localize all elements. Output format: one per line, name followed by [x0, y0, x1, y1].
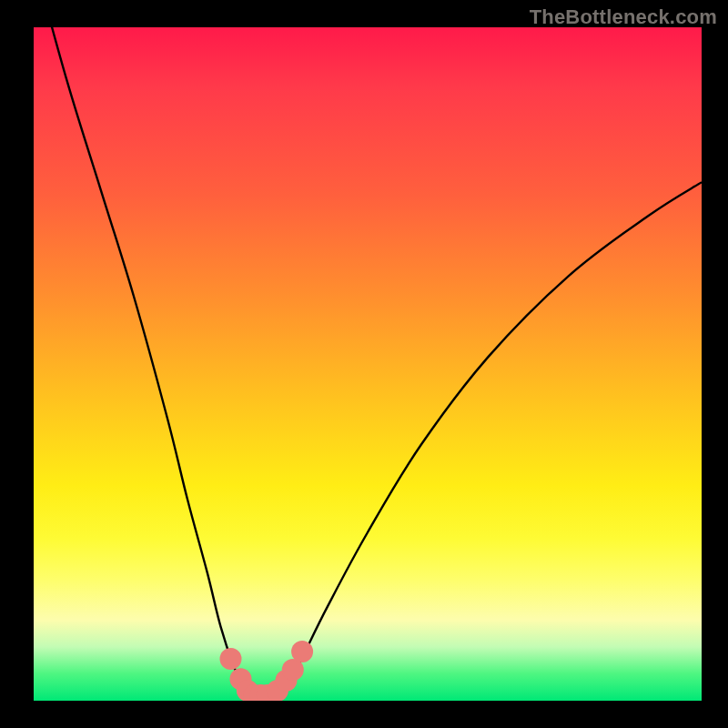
- highlighted-point: [291, 641, 313, 662]
- chart-frame: TheBottleneck.com: [0, 0, 728, 728]
- watermark-label: TheBottleneck.com: [530, 5, 717, 29]
- highlighted-point: [220, 648, 242, 670]
- highlighted-points-group: [220, 641, 314, 701]
- bottleneck-curve-svg: [34, 27, 702, 701]
- bottleneck-curve-path: [34, 27, 702, 701]
